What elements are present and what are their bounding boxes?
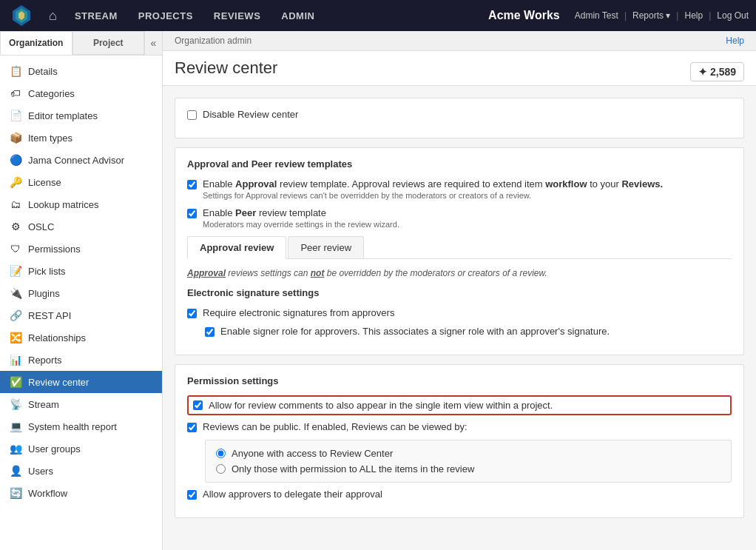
sidebar-item-item-types[interactable]: 📦 Item types [0, 127, 162, 149]
sidebar-item-lookup-matrices[interactable]: 🗂 Lookup matrices [0, 193, 162, 215]
sidebar-label-categories: Categories [28, 88, 75, 99]
radio-permission: Only those with permission to ALL the it… [216, 463, 720, 474]
app-logo[interactable] [7, 1, 36, 30]
tab-organization[interactable]: Organization [0, 31, 72, 55]
signer-role-checkbox[interactable] [205, 327, 215, 337]
sidebar-label-lookup-matrices: Lookup matrices [28, 199, 98, 210]
content-body: Disable Review center Approval and Peer … [163, 86, 756, 550]
lookup-matrices-icon: 🗂 [9, 198, 22, 211]
help-link-top[interactable]: Help [684, 10, 703, 21]
system-health-report-icon: 💻 [9, 420, 22, 433]
sidebar-item-details[interactable]: 📋 Details [0, 60, 162, 82]
public-reviews-row: Reviews can be public. If enabled, Revie… [187, 421, 732, 432]
item-types-icon: 📦 [9, 131, 22, 144]
logout-link[interactable]: Log Out [717, 10, 749, 21]
approval-checkbox[interactable] [187, 180, 197, 190]
sidebar-item-permissions[interactable]: 🛡 Permissions [0, 238, 162, 260]
nav-reviews[interactable]: REVIEWS [203, 0, 271, 31]
radio-anyone-input[interactable] [216, 449, 226, 458]
sidebar-item-license[interactable]: 🔑 License [0, 171, 162, 193]
sidebar: Organization Project « 📋 Details 🏷 Categ… [0, 31, 163, 550]
sidebar-label-jama-connect-advisor: Jama Connect Advisor [28, 155, 124, 166]
nav-projects[interactable]: PROJECTS [128, 0, 203, 31]
sidebar-item-plugins[interactable]: 🔌 Plugins [0, 282, 162, 304]
sidebar-item-users[interactable]: 👤 Users [0, 460, 162, 482]
approval-checkbox-row: Enable Approval review template. Approva… [187, 178, 732, 200]
main-layout: Organization Project « 📋 Details 🏷 Categ… [0, 31, 756, 550]
signer-role-label: Enable signer role for approvers. This a… [220, 326, 610, 337]
sidebar-item-workflow[interactable]: 🔄 Workflow [0, 482, 162, 504]
sidebar-item-jama-connect-advisor[interactable]: 🔵 Jama Connect Advisor [0, 149, 162, 171]
public-reviews-checkbox[interactable] [187, 423, 197, 432]
relationships-icon: 🔀 [9, 331, 22, 344]
license-icon: 🔑 [9, 175, 22, 189]
sidebar-label-pick-lists: Pick lists [28, 266, 66, 277]
electronic-sig-title: Electronic signature settings [187, 287, 732, 298]
permission-settings-section: Permission settings Allow for review com… [175, 364, 744, 518]
review-tabs: Approval review Peer review [187, 236, 732, 259]
public-reviews-label: Reviews can be public. If enabled, Revie… [203, 421, 468, 432]
sidebar-label-review-center: Review center [28, 377, 89, 388]
page-header: Review center ✦ 2,589 [163, 51, 756, 86]
peer-checkbox-label: Enable Peer review template [203, 207, 399, 218]
peer-checkbox[interactable] [187, 209, 197, 218]
require-sig-checkbox[interactable] [187, 309, 197, 318]
radio-permission-input[interactable] [216, 464, 226, 474]
sidebar-item-editor-templates[interactable]: 📄 Editor templates [0, 104, 162, 127]
permissions-icon: 🛡 [9, 242, 22, 255]
disable-review-center-checkbox[interactable] [187, 110, 197, 120]
peer-checkbox-sublabel: Moderators may override settings in the … [203, 220, 399, 229]
sidebar-item-rest-api[interactable]: 🔗 REST API [0, 304, 162, 326]
visibility-radio-group: Anyone with access to Review Center Only… [205, 440, 732, 483]
sidebar-label-system-health-report: System health report [28, 421, 117, 432]
sidebar-item-review-center[interactable]: ✅ Review center [0, 371, 162, 393]
sidebar-item-user-groups[interactable]: 👥 User groups [0, 437, 162, 460]
tab-approval-review[interactable]: Approval review [187, 236, 286, 259]
peer-checkbox-row: Enable Peer review template Moderators m… [187, 207, 732, 229]
details-icon: 📋 [9, 64, 22, 78]
sidebar-nav: 📋 Details 🏷 Categories 📄 Editor template… [0, 56, 162, 550]
sidebar-item-relationships[interactable]: 🔀 Relationships [0, 326, 162, 349]
approval-checkbox-label: Enable Approval review template. Approva… [203, 178, 663, 190]
radio-permission-label: Only those with permission to ALL the it… [232, 463, 474, 474]
page-title: Review center [175, 58, 277, 85]
sidebar-label-item-types: Item types [28, 133, 72, 144]
sidebar-item-pick-lists[interactable]: 📝 Pick lists [0, 260, 162, 282]
radio-anyone-label: Anyone with access to Review Center [232, 448, 393, 459]
sidebar-label-permissions: Permissions [28, 244, 81, 255]
sidebar-label-oslc: OSLC [28, 221, 54, 232]
sidebar-item-oslc[interactable]: ⚙ OSLC [0, 215, 162, 238]
tab-peer-review[interactable]: Peer review [288, 236, 364, 258]
tab-project[interactable]: Project [72, 31, 145, 55]
user-groups-icon: 👥 [9, 442, 22, 455]
brand-name: Acme Works [473, 9, 575, 22]
user-links: Admin Test | Reports ▾ | Help | Log Out [575, 10, 749, 21]
permission-settings-title: Permission settings [187, 375, 732, 386]
help-link[interactable]: Help [726, 36, 744, 46]
nav-admin[interactable]: ADMIN [271, 0, 325, 31]
sidebar-item-stream[interactable]: 📡 Stream [0, 393, 162, 415]
score-icon: ✦ [698, 66, 707, 78]
breadcrumb: Organization admin [175, 36, 252, 46]
approval-italic-note: Approval reviews settings can not be ove… [187, 268, 732, 278]
review-comments-highlighted-row: Allow for review comments to also appear… [187, 395, 732, 415]
sidebar-collapse-button[interactable]: « [144, 31, 162, 55]
delegate-checkbox[interactable] [187, 490, 197, 500]
home-icon[interactable]: ⌂ [41, 8, 64, 24]
nav-stream[interactable]: STREAM [64, 0, 128, 31]
require-sig-row: Require electronic signatures from appro… [187, 307, 732, 318]
reports-link[interactable]: Reports ▾ [632, 10, 670, 21]
sidebar-label-stream: Stream [28, 399, 59, 410]
reports-icon: 📊 [9, 353, 22, 366]
require-sig-label: Require electronic signatures from appro… [203, 307, 394, 318]
sidebar-item-system-health-report[interactable]: 💻 System health report [0, 415, 162, 437]
sidebar-item-reports[interactable]: 📊 Reports [0, 349, 162, 371]
delegate-row: Allow approvers to delegate their approv… [187, 489, 732, 500]
review-comments-checkbox[interactable] [193, 400, 203, 410]
sidebar-label-reports: Reports [28, 355, 62, 366]
editor-templates-icon: 📄 [9, 109, 22, 122]
sidebar-item-categories[interactable]: 🏷 Categories [0, 82, 162, 104]
signer-role-row: Enable signer role for approvers. This a… [205, 326, 732, 337]
sidebar-label-plugins: Plugins [28, 288, 60, 299]
disable-review-center-card: Disable Review center [175, 98, 744, 138]
